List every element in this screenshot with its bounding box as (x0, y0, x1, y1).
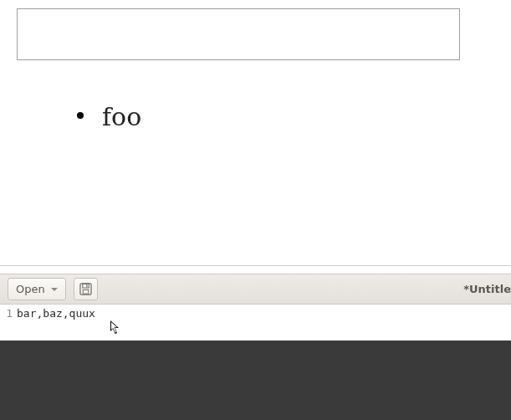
bullet-icon (77, 112, 84, 119)
chevron-down-icon (51, 288, 58, 291)
pane-divider (0, 265, 511, 274)
line-number: 1 (0, 305, 15, 325)
save-button[interactable] (74, 278, 98, 300)
save-icon (79, 283, 92, 295)
document-title: *Untitle (463, 283, 511, 295)
document-pane: foo (0, 0, 511, 265)
bullet-list: foo (77, 100, 141, 131)
editor-empty-area[interactable] (0, 341, 511, 420)
text-input-box[interactable] (17, 8, 460, 60)
code-line[interactable]: bar,baz,quux (17, 307, 95, 320)
list-item-text: foo (102, 102, 141, 131)
open-button-label: Open (16, 283, 45, 295)
svg-rect-2 (83, 289, 89, 294)
svg-rect-0 (80, 284, 91, 295)
editor-toolbar: Open *Untitle (0, 274, 511, 305)
svg-rect-1 (82, 284, 89, 288)
open-button[interactable]: Open (8, 278, 66, 300)
